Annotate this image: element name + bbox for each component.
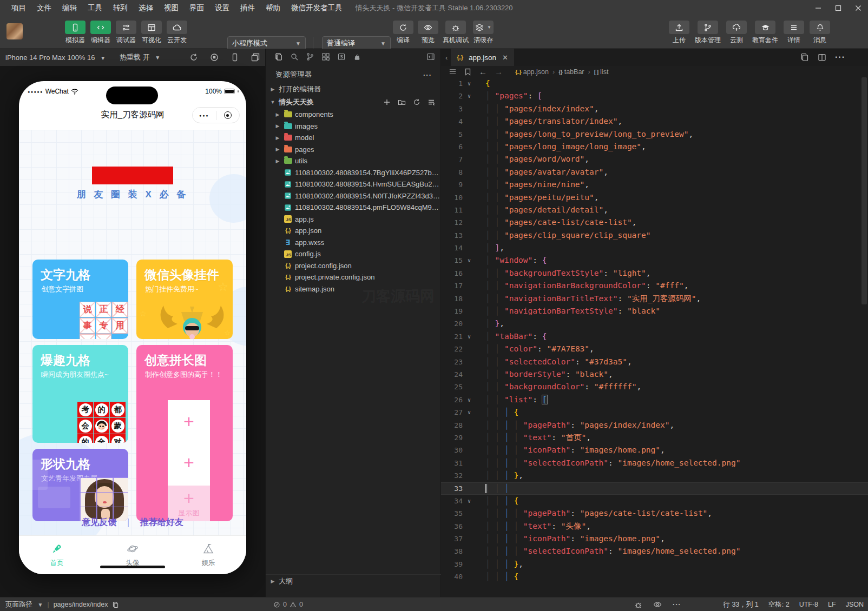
new-folder-icon[interactable] <box>398 98 406 106</box>
code-line-3[interactable]: 3│ │ "pages/index/index", <box>441 103 868 115</box>
exit-target-icon[interactable] <box>224 111 232 119</box>
breadcrumb-item[interactable]: tabBar <box>564 68 584 76</box>
close-tab-icon[interactable]: ✕ <box>502 54 508 62</box>
fold-icon[interactable]: ∨ <box>463 394 476 406</box>
code-line-1[interactable]: 1∨{ <box>441 77 868 90</box>
toolbar-button-详情[interactable]: 详情 <box>784 21 804 45</box>
code-line-24[interactable]: 24│ │ "borderStyle": "black", <box>441 368 868 381</box>
tree-item-config.js[interactable]: JSconfig.js <box>266 248 442 260</box>
tab-overflow-icon[interactable]: ‹ <box>445 54 448 62</box>
ad-banner[interactable] <box>92 167 173 184</box>
page-path-value[interactable]: pages/index/index <box>54 601 108 608</box>
tree-item-1108100302.480839154.7Bg[interactable]: 1108100302.480839154.7BgYlliX46PZ527b236… <box>266 167 442 179</box>
fold-icon[interactable]: ∨ <box>463 77 476 90</box>
bookmark-icon[interactable] <box>464 68 471 76</box>
tree-item-1108100302.480839154.Hvm[interactable]: 1108100302.480839154.HvmSUEEASgBu2914f..… <box>266 178 442 190</box>
menu-item-设置[interactable]: 设置 <box>210 0 234 16</box>
action-真机调试[interactable]: 真机调试 <box>443 21 469 45</box>
code-line-30[interactable]: 30│ │ │ │ "iconPath": "images/home.png", <box>441 444 868 456</box>
code-line-4[interactable]: 4│ │ "pages/translator/index", <box>441 115 868 128</box>
search-icon[interactable] <box>290 52 299 61</box>
toolbar-button-云开发[interactable]: 云开发 <box>165 21 189 45</box>
toolbar-button-调试器[interactable]: 调试器 <box>114 21 139 45</box>
code-line-18[interactable]: 18│ │ "navigationBarTitleText": "实用_刀客源码… <box>441 293 868 305</box>
hot-reload-toggle[interactable]: 热重载 开 ▼ <box>120 52 160 62</box>
device-frame-icon[interactable] <box>231 53 239 62</box>
tree-item-images[interactable]: ▶images <box>266 121 442 132</box>
code-line-15[interactable]: 15∨│ "window": { <box>441 254 868 267</box>
open-changes-icon[interactable] <box>800 53 809 62</box>
toolbar-button-消息[interactable]: 消息 <box>810 21 830 45</box>
code-line-26[interactable]: 26∨│ │ "list": [ <box>441 394 868 406</box>
toolbar-button-模拟器[interactable]: 模拟器 <box>63 21 88 45</box>
code-line-32[interactable]: 32│ │ │ }, <box>441 469 868 482</box>
editor-scrollbar[interactable] <box>862 77 867 304</box>
tab-头像[interactable]: 头像 <box>95 536 170 574</box>
preview-eye-icon[interactable] <box>653 600 662 609</box>
tree-item-app.json[interactable]: {..}app.json <box>266 225 442 237</box>
code-line-35[interactable]: 35│ │ │ │ "pagePath": "pages/cate-list/c… <box>441 507 868 520</box>
code-line-20[interactable]: 20│ }, <box>441 317 868 330</box>
tree-item-project.config.json[interactable]: {..}project.config.json <box>266 260 442 272</box>
menu-item-项目[interactable]: 项目 <box>6 0 31 16</box>
action-清缓存[interactable]: ▼清缓存 <box>473 21 494 45</box>
fold-icon[interactable]: ∨ <box>463 330 476 343</box>
open-editors-section[interactable]: ▶ 打开的编辑器 <box>266 83 442 95</box>
menu-item-界面[interactable]: 界面 <box>185 0 209 16</box>
fold-icon[interactable]: ∨ <box>463 90 476 102</box>
fold-icon[interactable]: ∨ <box>463 254 476 267</box>
tree-item-project.private.config.j[interactable]: {..}project.private.config.json <box>266 271 442 283</box>
code-line-33[interactable]: 33│ │ │ <box>441 482 868 495</box>
breadcrumb-item[interactable]: app.json <box>523 68 549 76</box>
code-line-29[interactable]: 29│ │ │ │ "text": "首页", <box>441 431 868 444</box>
code-line-40[interactable]: 40│ │ │ { <box>441 570 868 583</box>
menu-item-视图[interactable]: 视图 <box>159 0 183 16</box>
tree-item-app.js[interactable]: JSapp.js <box>266 214 442 225</box>
action-编译[interactable]: 编译 <box>393 21 413 45</box>
code-line-2[interactable]: 2∨│ "pages": [ <box>441 90 868 102</box>
collapse-all-icon[interactable] <box>428 98 435 106</box>
skyline-icon[interactable] <box>337 52 346 61</box>
tree-item-utils[interactable]: ▶utils <box>266 155 442 167</box>
code-line-37[interactable]: 37│ │ │ │ "iconPath": "images/home.png", <box>441 533 868 545</box>
code-line-16[interactable]: 16│ │ "backgroundTextStyle": "light", <box>441 267 868 280</box>
fold-icon[interactable]: ∨ <box>463 406 476 419</box>
toolbar-button-上传[interactable]: 上传 <box>669 21 689 45</box>
action-预览[interactable]: 预览 <box>418 21 438 45</box>
tab-app-json[interactable]: {..} app.json ✕ <box>451 49 514 66</box>
status-eol[interactable]: LF <box>828 601 836 608</box>
user-avatar[interactable] <box>6 23 23 39</box>
code-line-27[interactable]: 27∨│ │ │ { <box>441 406 868 419</box>
toolbar-button-可视化[interactable]: 可视化 <box>139 21 164 45</box>
status-cursor-position[interactable]: 行 33，列 1 <box>723 600 758 609</box>
card-shape-nine-grid[interactable]: 形状九格 文艺青年发图专属 <box>32 449 128 521</box>
code-line-39[interactable]: 39│ │ │ }, <box>441 558 868 570</box>
detach-window-icon[interactable] <box>251 53 260 62</box>
code-line-6[interactable]: 6│ │ "pages/long_image/long_image", <box>441 141 868 153</box>
code-line-28[interactable]: 28│ │ │ │ "pagePath": "pages/index/index… <box>441 419 868 431</box>
status-encoding[interactable]: UTF-8 <box>799 601 818 608</box>
code-line-8[interactable]: 8│ │ "pages/avatar/avatar", <box>441 166 868 178</box>
minimize-button[interactable] <box>808 0 828 16</box>
code-line-11[interactable]: 11│ │ "pages/detail/detail", <box>441 204 868 216</box>
card-text-nine-grid[interactable]: 文字九格 创意文字拼图 说正经事专用 <box>32 260 128 339</box>
status-language-mode[interactable]: JSON <box>846 601 864 608</box>
code-line-7[interactable]: 7│ │ "pages/word/word", <box>441 153 868 165</box>
code-line-10[interactable]: 10│ │ "pages/peitu/peitu", <box>441 191 868 204</box>
tree-item-1108100302.480839154.N0f[interactable]: 1108100302.480839154.N0fTJfoKPZZI43d31c4… <box>266 190 442 202</box>
more-actions-icon[interactable]: ··· <box>423 71 432 79</box>
restart-icon[interactable] <box>189 53 198 62</box>
extensions-icon[interactable] <box>321 52 330 61</box>
more-menu-icon[interactable]: ●●● <box>199 114 209 117</box>
miniprogram-capsule[interactable]: ●●● <box>192 107 240 123</box>
nav-back-icon[interactable]: ← <box>479 67 487 76</box>
copy-path-icon[interactable] <box>112 601 119 608</box>
files-icon[interactable] <box>274 52 283 61</box>
menu-item-转到[interactable]: 转到 <box>108 0 133 16</box>
code-line-9[interactable]: 9│ │ "pages/nine/nine", <box>441 178 868 191</box>
problems-indicator[interactable]: 0 0 <box>273 597 303 611</box>
code-line-22[interactable]: 22│ │ "color": "#7A7E83", <box>441 343 868 355</box>
code-line-31[interactable]: 31│ │ │ │ "selectedIconPath": "images/ho… <box>441 457 868 469</box>
breadcrumb-item[interactable]: list <box>600 68 608 76</box>
menu-item-插件[interactable]: 插件 <box>235 0 260 16</box>
